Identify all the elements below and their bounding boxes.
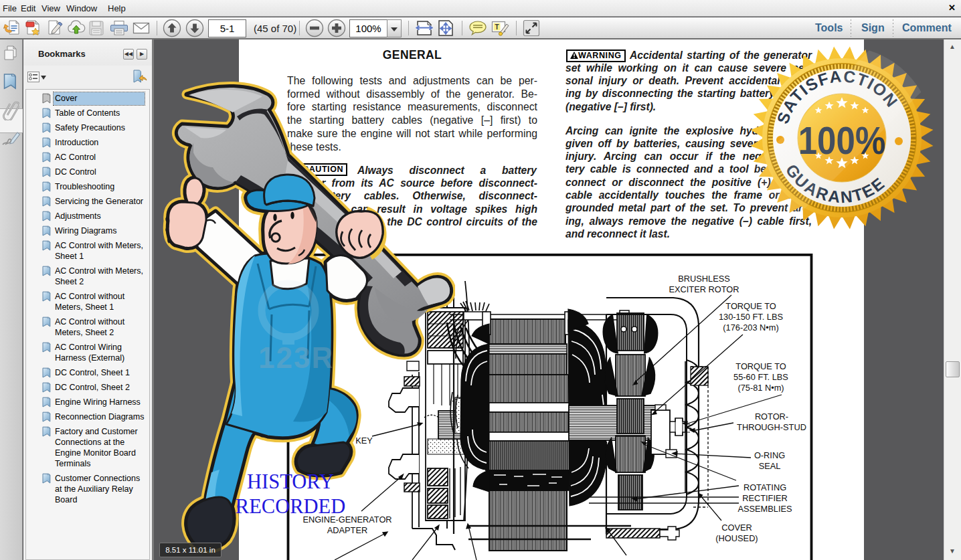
svg-text:RECTIFIER: RECTIFIER xyxy=(742,493,788,503)
svg-text:COVER: COVER xyxy=(721,523,752,533)
svg-text:(176-203 N•m): (176-203 N•m) xyxy=(723,322,778,333)
svg-text:TORQUE TO: TORQUE TO xyxy=(735,361,786,371)
svg-text:TORQUE TO: TORQUE TO xyxy=(725,301,776,311)
svg-text:THROUGH-STUD: THROUGH-STUD xyxy=(737,422,806,432)
svg-text:BRUSHLESS: BRUSHLESS xyxy=(678,274,730,284)
svg-text:55-60 FT. LBS: 55-60 FT. LBS xyxy=(733,372,788,382)
svg-text:T: T xyxy=(495,23,499,31)
svg-text:(75-81 N•m): (75-81 N•m) xyxy=(737,383,784,393)
svg-text:123R: 123R xyxy=(258,341,334,374)
svg-text:(HOUSED): (HOUSED) xyxy=(715,533,758,543)
svg-text:130-150 FT. LBS: 130-150 FT. LBS xyxy=(719,312,783,322)
svg-text:ASSEMBLIES: ASSEMBLIES xyxy=(737,504,792,514)
svg-text:O-RING: O-RING xyxy=(754,450,785,460)
svg-text:SEAL: SEAL xyxy=(759,461,781,471)
svg-text:ROTOR-: ROTOR- xyxy=(755,411,788,422)
svg-text:EXCITER ROTOR: EXCITER ROTOR xyxy=(669,284,739,294)
svg-text:ROTATING: ROTATING xyxy=(744,482,786,492)
